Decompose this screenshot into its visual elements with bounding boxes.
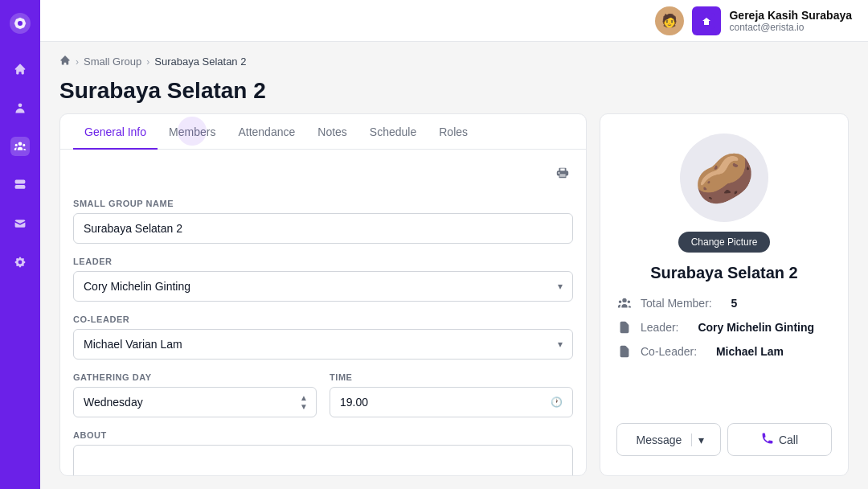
tab-general-info[interactable]: General Info [73, 114, 158, 150]
tab-notes[interactable]: Notes [306, 114, 358, 150]
tab-attendance[interactable]: Attendance [227, 114, 306, 150]
group-icon[interactable] [10, 137, 30, 156]
print-btn-row [73, 162, 573, 186]
tab-members[interactable]: Members [158, 114, 227, 150]
header-user: 🧑 Gereja Kasih Surabaya contact@erista.i… [655, 6, 852, 35]
tab-schedule[interactable]: Schedule [358, 114, 428, 150]
co-leader-icon [616, 343, 633, 360]
gathering-day-stepper[interactable]: ▲ ▼ [292, 393, 316, 411]
gathering-day-select[interactable]: Wednesday ▲ ▼ [73, 387, 317, 417]
avatar: 🧑 [655, 6, 684, 35]
svg-point-1 [18, 21, 23, 26]
group-avatar-emoji: 🥔 [694, 150, 755, 207]
about-label: ABOUT [73, 430, 573, 440]
right-panel-group-name: Surabaya Selatan 2 [650, 264, 797, 282]
app-logo[interactable] [8, 11, 32, 35]
total-member-value: 5 [731, 297, 738, 310]
main-content: 🧑 Gereja Kasih Surabaya contact@erista.i… [40, 0, 868, 489]
leader-info-label: Leader: [641, 321, 678, 334]
mail-icon[interactable] [10, 214, 30, 233]
co-leader-select[interactable]: Michael Varian Lam ▾ [73, 329, 573, 360]
leader-label: LEADER [73, 257, 573, 266]
leader-row: Leader: Cory Michelin Ginting [616, 319, 832, 335]
time-input-wrapper[interactable]: 19.00 🕐 [330, 387, 573, 417]
info-list: Total Member: 5 Leader: Cory Michelin Gi… [616, 295, 832, 360]
breadcrumb: › Small Group › Surabaya Selatan 2 [59, 55, 849, 68]
page-title: Surabaya Selatan 2 [59, 78, 849, 104]
group-name-input[interactable] [73, 213, 573, 244]
about-textarea[interactable] [73, 445, 573, 475]
org-email: contact@erista.io [729, 22, 852, 33]
time-value: 19.00 [330, 388, 541, 417]
tabs-bar: General Info Members Attendance Notes Sc… [60, 114, 586, 150]
content-area: › Small Group › Surabaya Selatan 2 Surab… [40, 42, 868, 489]
total-member-label: Total Member: [641, 297, 712, 310]
time-field: TIME 19.00 🕐 [330, 372, 573, 417]
form-area: SMALL GROUP NAME LEADER Cory Michelin Gi… [60, 150, 586, 475]
co-leader-value: Michael Varian Lam [74, 330, 548, 359]
person-icon[interactable] [10, 98, 30, 117]
time-label: TIME [330, 372, 573, 382]
org-name: Gereja Kasih Surabaya [729, 9, 852, 22]
change-picture-button[interactable]: Change Picture [678, 232, 771, 253]
co-leader-info-value: Michael Lam [716, 345, 784, 358]
message-btn-label: Message [627, 434, 691, 446]
group-avatar: 🥔 [680, 134, 768, 222]
header-info: Gereja Kasih Surabaya contact@erista.io [729, 9, 852, 33]
members-icon [616, 295, 633, 311]
total-member-row: Total Member: 5 [616, 295, 832, 311]
two-col-layout: General Info Members Attendance Notes Sc… [59, 113, 849, 476]
group-name-label: SMALL GROUP NAME [73, 199, 573, 208]
tab-ripple [178, 117, 207, 146]
call-btn-label: Call [779, 434, 798, 446]
time-clock-icon: 🕐 [541, 397, 572, 408]
gathering-day-value: Wednesday [74, 388, 292, 417]
tab-roles[interactable]: Roles [428, 114, 479, 150]
header: 🧑 Gereja Kasih Surabaya contact@erista.i… [40, 0, 868, 42]
home-icon[interactable] [10, 60, 30, 79]
leader-info-value: Cory Michelin Ginting [698, 321, 814, 334]
leader-dropdown-icon[interactable]: ▾ [548, 281, 572, 292]
leader-field: LEADER Cory Michelin Ginting ▾ [73, 257, 573, 302]
co-leader-dropdown-icon[interactable]: ▾ [548, 339, 572, 350]
call-button[interactable]: Call [727, 423, 832, 456]
about-field: ABOUT [73, 430, 573, 475]
breadcrumb-sep-1: › [76, 56, 79, 68]
co-leader-info-label: Co-Leader: [641, 345, 697, 358]
leader-select[interactable]: Cory Michelin Ginting ▾ [73, 271, 573, 302]
home-breadcrumb-icon[interactable] [59, 55, 71, 68]
co-leader-label: CO-LEADER [73, 314, 573, 324]
breadcrumb-current: Surabaya Selatan 2 [154, 55, 246, 68]
phone-icon [761, 432, 774, 447]
breadcrumb-sep-2: › [146, 56, 149, 68]
right-panel-actions: Message ▾ Call [616, 423, 832, 456]
co-leader-row: Co-Leader: Michael Lam [616, 343, 832, 360]
print-button[interactable] [552, 162, 573, 186]
message-dropdown-arrow[interactable]: ▾ [691, 434, 710, 446]
leader-icon [616, 319, 633, 335]
leader-value: Cory Michelin Ginting [74, 272, 548, 301]
community-icon[interactable] [10, 175, 30, 195]
left-panel: General Info Members Attendance Notes Sc… [59, 113, 587, 476]
sidebar [0, 0, 40, 489]
right-panel: 🥔 Change Picture Surabaya Selatan 2 Tota… [600, 113, 849, 476]
gathering-day-label: GATHERING DAY [73, 372, 317, 382]
day-time-row: GATHERING DAY Wednesday ▲ ▼ TIME [73, 372, 573, 417]
gathering-day-field: GATHERING DAY Wednesday ▲ ▼ [73, 372, 317, 417]
group-name-field: SMALL GROUP NAME [73, 199, 573, 244]
co-leader-field: CO-LEADER Michael Varian Lam ▾ [73, 314, 573, 360]
message-button[interactable]: Message ▾ [616, 423, 721, 456]
settings-icon[interactable] [10, 253, 30, 272]
org-logo [692, 6, 721, 35]
breadcrumb-small-group[interactable]: Small Group [84, 55, 141, 68]
